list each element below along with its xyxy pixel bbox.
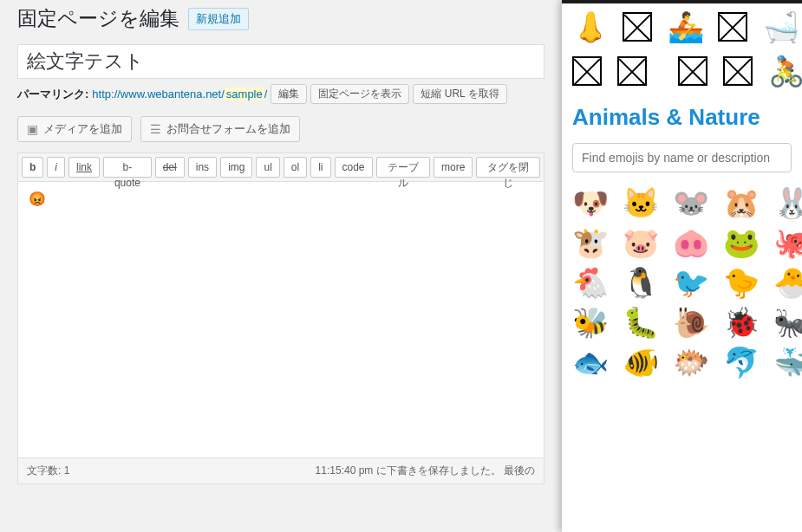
del-button[interactable]: del [155,157,185,178]
add-contact-form-button[interactable]: ☰ お問合せフォームを追加 [140,116,300,142]
img-button[interactable]: img [220,157,252,178]
emoji-item[interactable]: 🐸 [723,228,758,257]
emoji-item[interactable] [723,56,753,90]
emoji-item[interactable] [718,12,747,46]
missing-glyph-icon [723,56,753,86]
missing-glyph-icon [623,12,652,42]
emoji-item[interactable] [623,12,652,46]
emoji-category-heading: Animals & Nature [572,104,792,131]
emoji-item[interactable]: 🐣 [773,268,802,297]
link-button[interactable]: link [68,157,100,178]
emoji-item[interactable]: 🛁 [763,12,798,46]
ul-button[interactable]: ul [256,157,279,178]
emoji-item[interactable]: 🐦 [673,268,707,297]
emoji-grid: 🐶🐱🐭🐹🐰🐮🐷🐽🐸🐙🐔🐧🐦🐤🐣🐝🐛🐌🐞🐜🐟🐠🐡🐬🐳 [572,188,792,377]
emoji-item[interactable]: 🐤 [723,268,758,297]
missing-glyph-icon [678,56,707,86]
emoji-item[interactable]: 🐛 [623,308,657,337]
missing-glyph-icon [617,56,647,86]
emoji-item[interactable]: 🐔 [572,268,607,297]
post-content-textarea[interactable]: 😡 [17,181,544,458]
emoji-picker-panel: 👃🚣🛁🚴 Animals & Nature 🐶🐱🐭🐹🐰🐮🐷🐽🐸🐙🐔🐧🐦🐤🐣🐝🐛🐌… [562,0,802,532]
add-new-button[interactable]: 新規追加 [188,8,249,30]
emoji-item[interactable]: 🚴 [768,56,802,90]
emoji-item[interactable]: 🐞 [723,308,758,337]
bold-button[interactable]: b [22,157,43,178]
add-media-button[interactable]: ▣ メディアを追加 [17,116,132,142]
emoji-row: 🐶🐱🐭🐹🐰 [572,188,792,217]
emoji-row: 🚴 [572,56,792,90]
emoji-item[interactable]: 🐡 [673,347,707,377]
emoji-item[interactable]: 🐹 [723,188,758,217]
emoji-search-input[interactable] [572,143,792,172]
editor-statusbar: 文字数: 1 11:15:40 pm に下書きを保存しました。 最後の [17,458,544,484]
emoji-item[interactable]: 🐱 [623,188,657,217]
emoji-item[interactable] [678,56,707,90]
emoji-row: 🐟🐠🐡🐬🐳 [572,347,792,377]
media-buttons-row: ▣ メディアを追加 ☰ お問合せフォームを追加 [17,116,544,142]
emoji-row: 👃🚣🛁 [572,12,792,46]
emoji-item[interactable]: 🐶 [572,188,607,217]
permalink-trailing[interactable]: / [264,88,268,101]
missing-glyph-icon [718,12,747,42]
camera-icon: ▣ [27,122,38,136]
permalink-label: パーマリンク: [17,87,88,102]
permalink-url: http://www.webantena.net/sample/ [92,88,267,101]
view-page-button[interactable]: 固定ページを表示 [310,84,409,104]
code-button[interactable]: code [335,157,373,178]
emoji-item[interactable]: 🐌 [673,308,707,337]
add-form-label: お問合せフォームを追加 [166,121,290,137]
emoji-item[interactable] [617,56,647,90]
wordcount: 文字数: 1 [27,464,69,478]
permalink-slug[interactable]: sample [225,88,264,101]
add-media-label: メディアを追加 [43,121,122,137]
emoji-item[interactable]: 🐬 [723,347,758,377]
italic-button[interactable]: i [47,157,65,178]
emoji-row: 🐔🐧🐦🐤🐣 [572,268,792,297]
emoji-item[interactable]: 🐧 [623,268,657,297]
autosave-message: 11:15:40 pm に下書きを保存しました。 最後の [316,464,535,478]
get-shorturl-button[interactable]: 短縮 URL を取得 [413,84,506,104]
emoji-row: 🐮🐷🐽🐸🐙 [572,228,792,257]
ins-button[interactable]: ins [188,157,217,178]
emoji-item[interactable]: 🐭 [673,188,707,217]
emoji-item[interactable]: 🐝 [572,308,607,337]
permalink-edit-button[interactable]: 編集 [271,84,307,104]
emoji-item[interactable]: 🐰 [773,188,802,217]
permalink-row: パーマリンク: http://www.webantena.net/sample/… [17,84,544,104]
emoji-item[interactable] [572,56,602,90]
page-title: 固定ページを編集 [17,5,179,32]
emoji-item[interactable]: 🐠 [623,347,657,377]
blockquote-button[interactable]: b-quote [103,157,152,178]
page-header: 固定ページを編集 新規追加 [17,0,544,32]
emoji-item[interactable]: 🐙 [773,228,802,257]
content-emoji: 😡 [29,191,46,206]
more-button[interactable]: more [434,157,473,178]
emoji-item[interactable]: 👃 [572,12,607,46]
emoji-item[interactable]: 🐜 [773,308,802,337]
form-icon: ☰ [150,122,161,136]
emoji-item[interactable]: 🐷 [623,228,657,257]
text-editor-toolbar: b i link b-quote del ins img ul ol li co… [17,152,544,181]
missing-glyph-icon [572,56,602,86]
emoji-item[interactable]: 🚣 [668,12,702,46]
emoji-item[interactable]: 🐮 [572,228,607,257]
ol-button[interactable]: ol [284,157,307,178]
li-button[interactable]: li [310,157,330,178]
editor-pane: 固定ページを編集 新規追加 パーマリンク: http://www.webante… [0,0,562,532]
permalink-base[interactable]: http://www.webantena.net/ [92,88,224,101]
post-title-input[interactable] [17,44,544,79]
emoji-item[interactable]: 🐟 [572,347,607,377]
emoji-item[interactable]: 🐳 [773,347,802,377]
emoji-row: 🐝🐛🐌🐞🐜 [572,308,792,337]
emoji-top-section: 👃🚣🛁🚴 [572,12,792,90]
table-button[interactable]: テーブル [376,157,431,178]
emoji-item[interactable]: 🐽 [673,228,707,257]
close-tags-button[interactable]: タグを閉じ [476,157,540,178]
